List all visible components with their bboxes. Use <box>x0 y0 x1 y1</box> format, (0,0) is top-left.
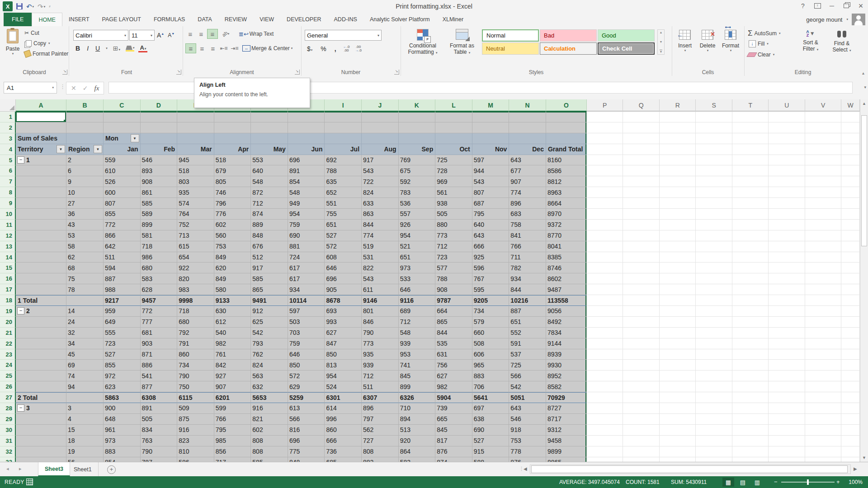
scroll-up-icon[interactable]: ▲ <box>660 31 663 34</box>
cell[interactable] <box>66 133 104 144</box>
fill-handle[interactable] <box>64 120 66 122</box>
value-cell[interactable]: 723 <box>104 338 141 349</box>
cell[interactable] <box>623 403 660 414</box>
cell[interactable] <box>769 122 805 133</box>
cell[interactable] <box>623 176 660 187</box>
sort-filter-button[interactable]: AZ▼ Sort & Filter ▾ <box>797 30 825 52</box>
cell[interactable] <box>16 122 66 133</box>
value-cell[interactable]: 807 <box>104 198 141 209</box>
value-cell[interactable]: 706 <box>472 381 509 392</box>
page-layout-view-icon[interactable]: ▤ <box>737 478 749 487</box>
cell[interactable] <box>841 230 860 241</box>
grand-total-cell[interactable]: 8770 <box>546 230 587 241</box>
cell[interactable] <box>841 403 860 414</box>
cell[interactable] <box>587 436 623 446</box>
value-cell[interactable]: 972 <box>104 371 141 381</box>
cell[interactable] <box>623 371 660 381</box>
minimize-icon[interactable]: ─ <box>825 0 839 12</box>
value-cell[interactable]: 6115 <box>177 392 214 403</box>
value-cell[interactable]: 505 <box>141 414 178 425</box>
cell[interactable] <box>732 392 769 403</box>
value-cell[interactable]: 766 <box>214 414 251 425</box>
value-cell[interactable]: 842 <box>214 360 251 371</box>
cell[interactable] <box>696 403 732 414</box>
region-cell[interactable]: 75 <box>66 273 104 284</box>
value-cell[interactable]: 548 <box>399 328 436 338</box>
cell[interactable] <box>214 112 251 122</box>
value-cell[interactable]: 905 <box>325 284 362 295</box>
column-header[interactable]: C <box>104 99 141 112</box>
shrink-font-button[interactable]: A▼ <box>166 32 176 38</box>
row-header[interactable]: 23 <box>0 349 16 360</box>
cell[interactable] <box>732 252 769 263</box>
value-cell[interactable]: 503 <box>288 317 325 328</box>
value-cell[interactable]: 844 <box>362 220 399 230</box>
value-cell[interactable]: 767 <box>472 273 509 284</box>
value-cell[interactable]: 986 <box>141 252 178 263</box>
cell[interactable] <box>623 446 660 457</box>
cell[interactable] <box>841 392 860 403</box>
cell[interactable] <box>805 209 842 220</box>
cell[interactable] <box>769 457 805 462</box>
cell[interactable] <box>769 198 805 209</box>
value-cell[interactable]: 845 <box>399 371 436 381</box>
cell[interactable] <box>66 112 104 122</box>
value-cell[interactable]: 608 <box>325 252 362 263</box>
cell[interactable] <box>696 381 732 392</box>
value-cell[interactable]: 982 <box>214 338 251 349</box>
value-cell[interactable]: 855 <box>104 360 141 371</box>
value-cell[interactable]: 543 <box>362 165 399 176</box>
cell[interactable] <box>696 187 732 198</box>
cell[interactable] <box>841 306 860 317</box>
cell[interactable] <box>732 165 769 176</box>
collapse-button[interactable]: − <box>17 404 24 412</box>
normal-view-icon[interactable]: ▦ <box>722 478 734 487</box>
cell[interactable] <box>769 112 805 122</box>
cell[interactable] <box>399 133 436 144</box>
value-cell[interactable]: 795 <box>214 425 251 436</box>
value-cell[interactable]: 883 <box>472 371 509 381</box>
region-cell[interactable]: 14 <box>66 306 104 317</box>
month-header-cell[interactable]: Sep <box>399 144 436 155</box>
value-cell[interactable]: 566 <box>509 371 546 381</box>
row-header[interactable]: 26 <box>0 381 16 392</box>
value-cell[interactable]: 841 <box>509 230 546 241</box>
cell[interactable] <box>732 122 769 133</box>
cell[interactable] <box>660 176 696 187</box>
territory-cell[interactable] <box>16 176 66 187</box>
value-cell[interactable]: 773 <box>435 230 472 241</box>
grand-total-cell[interactable]: 9930 <box>546 360 587 371</box>
value-cell[interactable]: 944 <box>472 165 509 176</box>
value-cell[interactable]: 803 <box>177 176 214 187</box>
cell[interactable] <box>805 122 842 133</box>
cancel-icon[interactable]: ✕ <box>71 84 76 92</box>
row-header[interactable]: 13 <box>0 241 16 252</box>
value-cell[interactable]: 824 <box>251 360 288 371</box>
cell[interactable] <box>696 284 732 295</box>
value-cell[interactable]: 717 <box>214 457 251 462</box>
scroll-up-icon[interactable]: ▲ <box>860 99 868 108</box>
value-cell[interactable]: 753 <box>214 241 251 252</box>
value-cell[interactable]: 891 <box>141 403 178 414</box>
cell[interactable] <box>769 338 805 349</box>
value-cell[interactable]: 586 <box>177 457 214 462</box>
value-cell[interactable]: 903 <box>141 338 178 349</box>
cell[interactable] <box>732 263 769 273</box>
cell[interactable] <box>623 392 660 403</box>
cell[interactable] <box>696 176 732 187</box>
value-cell[interactable]: 982 <box>435 381 472 392</box>
value-cell[interactable]: 627 <box>435 371 472 381</box>
cell[interactable] <box>805 198 842 209</box>
value-cell[interactable]: 623 <box>104 381 141 392</box>
value-cell[interactable]: 613 <box>288 403 325 414</box>
cell[interactable] <box>769 252 805 263</box>
value-cell[interactable]: 597 <box>288 306 325 317</box>
value-cell[interactable]: 665 <box>435 414 472 425</box>
accounting-format-button[interactable]: $▾ <box>306 45 314 52</box>
grand-total-cell[interactable]: 113558 <box>546 295 587 306</box>
style-good[interactable]: Good <box>598 29 655 42</box>
cell[interactable] <box>805 436 842 446</box>
cell[interactable] <box>696 112 732 122</box>
value-cell[interactable]: 6308 <box>141 392 178 403</box>
align-left-button[interactable]: ≡ <box>185 43 196 53</box>
